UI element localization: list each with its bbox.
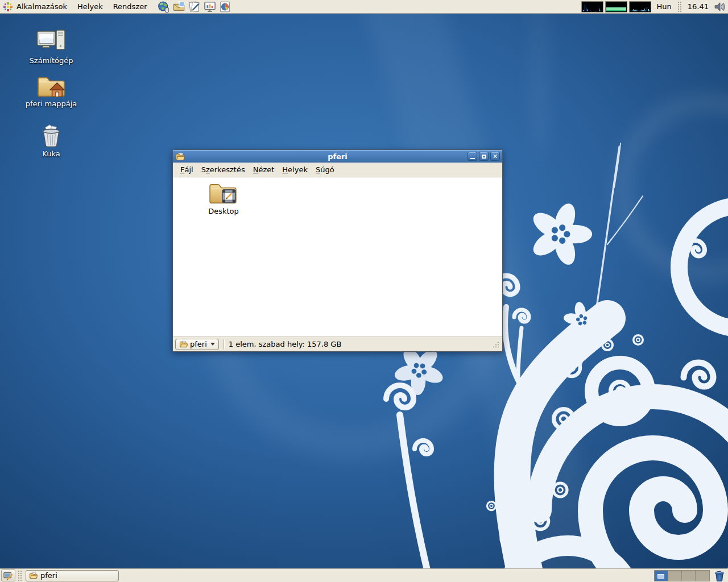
distributor-logo-icon (3, 2, 13, 12)
presentation-icon[interactable] (203, 0, 217, 14)
applet-drag-handle[interactable] (677, 1, 682, 13)
statusbar-text: 1 elem, szabad hely: 157,8 GB (229, 340, 342, 348)
desktop-icon-computer[interactable]: Számítógép (16, 28, 86, 65)
cpu-monitor-applet[interactable] (581, 1, 603, 13)
menu-edit[interactable]: Szerkesztés (197, 163, 249, 177)
volume-speaker-icon[interactable] (713, 0, 726, 14)
network-monitor-applet[interactable] (629, 1, 651, 13)
workspace-switcher (654, 570, 710, 581)
desktop-icon-label: Kuka (16, 149, 86, 158)
computer-icon (36, 28, 66, 55)
clock[interactable]: 16.41 (684, 2, 713, 11)
statusbar-separator (224, 339, 224, 350)
keyboard-layout-indicator[interactable]: Hun (651, 2, 676, 11)
places-menu-label: Helyek (77, 2, 103, 11)
workspace-3[interactable] (682, 571, 696, 581)
location-folder-icon (179, 340, 188, 348)
taskbar-window-label: pferi (40, 571, 57, 580)
window-statusbar: pferi 1 elem, szabad hely: 157,8 GB (173, 336, 502, 351)
trash-icon (38, 123, 64, 148)
home-folder-icon (37, 74, 65, 98)
window-titlebar[interactable]: pferi ✕ (173, 150, 502, 163)
window-list-drag-handle[interactable] (18, 570, 23, 581)
workspace-4[interactable] (696, 571, 709, 581)
menu-view[interactable]: Nézet (249, 163, 279, 177)
file-view[interactable]: Desktop (173, 177, 502, 336)
minimize-button[interactable] (468, 152, 477, 161)
system-menu[interactable]: Rendszer (108, 0, 152, 13)
bottom-panel: pferi (0, 568, 728, 582)
workspace-1[interactable] (655, 571, 668, 581)
location-button-label: pferi (190, 340, 207, 348)
maximize-button[interactable] (479, 152, 489, 161)
menu-places[interactable]: Helyek (278, 163, 312, 177)
menu-file[interactable]: Fájl (176, 163, 197, 177)
applications-menu-label: Alkalmazások (16, 2, 67, 11)
system-menu-label: Rendszer (113, 2, 147, 11)
desktop-icon-label: pferi mappája (16, 99, 86, 108)
desktop-icon-label: Számítógép (16, 56, 86, 65)
show-desktop-icon (3, 571, 14, 581)
location-breadcrumb-button[interactable]: pferi (175, 339, 219, 350)
dropdown-caret-icon (210, 343, 215, 346)
word-processor-icon[interactable] (188, 0, 201, 14)
resize-grip[interactable] (493, 341, 499, 348)
taskbar-window-button[interactable]: pferi (26, 570, 119, 581)
applications-menu[interactable]: Alkalmazások (0, 0, 72, 13)
spreadsheet-icon[interactable] (218, 0, 232, 14)
memory-monitor-applet[interactable] (605, 1, 627, 13)
file-item-desktop[interactable]: Desktop (194, 181, 253, 215)
file-manager-window: pferi ✕ Fájl Szerkesztés Nézet Helyek Sú… (172, 149, 503, 352)
desktop-folder-icon (209, 181, 238, 206)
show-desktop-button[interactable] (1, 569, 15, 581)
top-panel: Alkalmazások Helyek Rendszer (0, 0, 728, 14)
desktop-icon-home-folder[interactable]: pferi mappája (16, 74, 86, 108)
email-client-icon[interactable] (172, 0, 186, 14)
workspace-2[interactable] (668, 571, 682, 581)
panel-launchers (157, 0, 232, 14)
trash-applet-icon[interactable] (713, 569, 726, 582)
web-browser-icon[interactable] (157, 0, 171, 14)
close-button[interactable]: ✕ (490, 152, 500, 161)
file-item-label: Desktop (194, 207, 253, 215)
menu-help[interactable]: Súgó (312, 163, 338, 177)
places-menu[interactable]: Helyek (72, 0, 108, 13)
window-menubar: Fájl Szerkesztés Nézet Helyek Súgó (173, 163, 502, 177)
task-folder-icon (29, 572, 38, 579)
window-title: pferi (173, 152, 502, 161)
workspace-window-thumbnail (657, 574, 664, 579)
memory-line (606, 10, 626, 11)
desktop-icon-trash[interactable]: Kuka (16, 123, 86, 158)
